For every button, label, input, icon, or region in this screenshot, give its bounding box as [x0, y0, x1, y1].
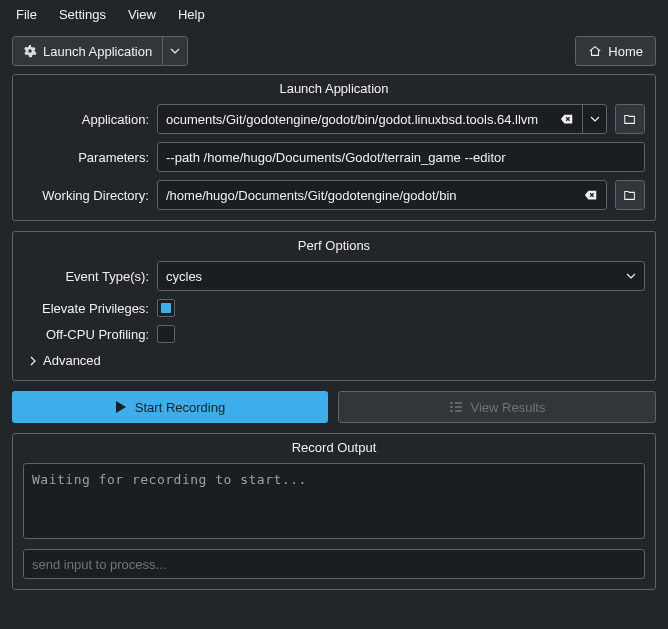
list-icon [449, 401, 463, 413]
folder-open-icon [623, 188, 637, 202]
process-input-wrapper [23, 549, 645, 579]
home-button[interactable]: Home [575, 36, 656, 66]
workdir-browse-button[interactable] [615, 180, 645, 210]
chevron-down-icon[interactable] [582, 105, 606, 133]
clear-icon[interactable] [560, 112, 574, 126]
workdir-input[interactable] [166, 188, 580, 203]
action-row: Start Recording View Results [12, 391, 656, 423]
home-icon [588, 44, 602, 58]
process-input[interactable] [32, 557, 636, 572]
application-label: Application: [23, 112, 149, 127]
elevate-checkbox[interactable] [157, 299, 175, 317]
menubar: File Settings View Help [0, 0, 668, 28]
offcpu-label: Off-CPU Profiling: [23, 327, 149, 342]
workdir-label: Working Directory: [23, 188, 149, 203]
application-value: ocuments/Git/godotengine/godot/bin/godot… [166, 112, 556, 127]
launch-title: Launch Application [23, 81, 645, 96]
advanced-expander[interactable]: Advanced [23, 351, 645, 370]
chevron-down-icon [626, 273, 636, 279]
menu-help[interactable]: Help [168, 4, 215, 25]
home-label: Home [608, 44, 643, 59]
menu-file[interactable]: File [6, 4, 47, 25]
output-title: Record Output [23, 440, 645, 455]
launch-group: Launch Application Application: ocuments… [12, 74, 656, 221]
menu-view[interactable]: View [118, 4, 166, 25]
mode-label: Launch Application [43, 44, 152, 59]
application-browse-button[interactable] [615, 104, 645, 134]
view-results-button[interactable]: View Results [338, 391, 656, 423]
output-group: Record Output Waiting for recording to s… [12, 433, 656, 590]
perf-group: Perf Options Event Type(s): cycles Eleva… [12, 231, 656, 381]
parameters-field[interactable] [157, 142, 645, 172]
event-type-value: cycles [166, 269, 202, 284]
chevron-down-icon[interactable] [163, 37, 187, 65]
event-type-select[interactable]: cycles [157, 261, 645, 291]
advanced-label: Advanced [43, 353, 101, 368]
view-label: View Results [471, 400, 546, 415]
start-recording-button[interactable]: Start Recording [12, 391, 328, 423]
mode-selector[interactable]: Launch Application [12, 36, 188, 66]
offcpu-checkbox[interactable] [157, 325, 175, 343]
toolbar: Launch Application Home [0, 28, 668, 70]
play-icon [115, 400, 127, 414]
parameters-input[interactable] [166, 150, 636, 165]
clear-icon[interactable] [584, 188, 598, 202]
parameters-label: Parameters: [23, 150, 149, 165]
folder-open-icon [623, 112, 637, 126]
output-console[interactable]: Waiting for recording to start... [23, 463, 645, 539]
chevron-right-icon [29, 356, 37, 366]
gear-icon [23, 44, 37, 58]
workdir-field[interactable] [157, 180, 607, 210]
start-label: Start Recording [135, 400, 225, 415]
application-field[interactable]: ocuments/Git/godotengine/godot/bin/godot… [157, 104, 607, 134]
perf-title: Perf Options [23, 238, 645, 253]
event-type-label: Event Type(s): [23, 269, 149, 284]
elevate-label: Elevate Privileges: [23, 301, 149, 316]
menu-settings[interactable]: Settings [49, 4, 116, 25]
